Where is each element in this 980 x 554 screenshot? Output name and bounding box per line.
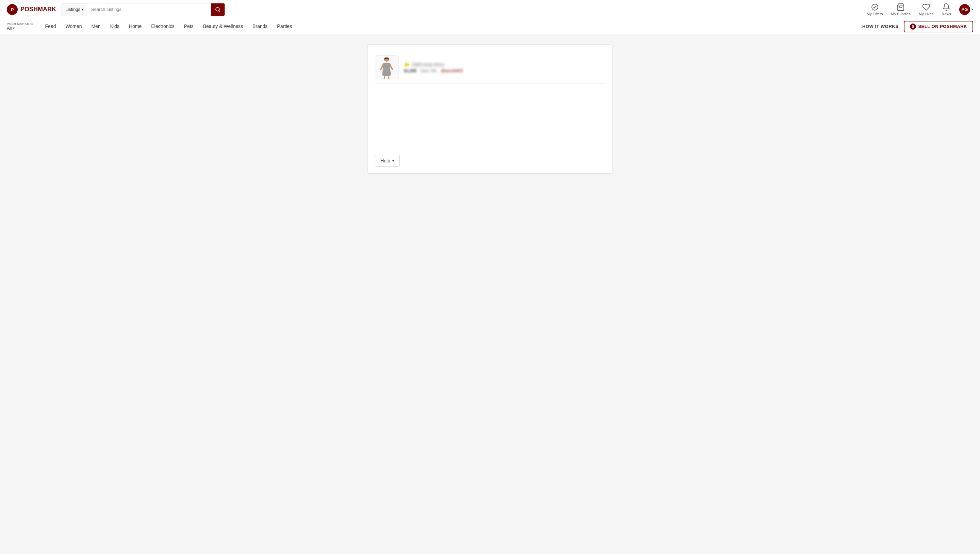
nav-link-electronics[interactable]: Electronics <box>146 19 179 34</box>
news-icon <box>942 3 950 11</box>
listing-price: $1,299 <box>404 69 417 73</box>
news-label: News <box>942 12 951 16</box>
listing-info: 🌟 H&M wrap dress $1,299 Size: 6/K @anush… <box>404 62 463 73</box>
search-type-label: Listings <box>65 7 80 12</box>
listing-user: @anushk53 <box>441 69 463 73</box>
content-box: 🌟 H&M wrap dress $1,299 Size: 6/K @anush… <box>368 44 612 174</box>
main-content: 🌟 H&M wrap dress $1,299 Size: 6/K @anush… <box>361 44 619 174</box>
search-type-dropdown[interactable]: Listings ▾ <box>62 3 87 16</box>
poshmark-logo-icon: P <box>7 4 18 15</box>
listing-item[interactable]: 🌟 H&M wrap dress $1,299 Size: 6/K @anush… <box>375 51 605 84</box>
my-likes-link[interactable]: My Likes <box>919 3 933 16</box>
nav-link-feed[interactable]: Feed <box>40 19 61 34</box>
help-button-label: Help <box>380 158 390 163</box>
my-bundles-link[interactable]: My Bundles <box>891 3 911 16</box>
avatar-chevron-icon: ▾ <box>972 8 973 11</box>
header: P POSHMARK Listings ▾ My Offers <box>0 0 980 19</box>
listing-thumbnail <box>375 56 398 79</box>
nav-link-women[interactable]: Women <box>60 19 86 34</box>
posh-markets-current: All <box>7 26 11 30</box>
listing-title-text: H&M wrap dress <box>412 62 444 67</box>
nav-links: Feed Women Men Kids Home Electronics Pet… <box>40 19 862 34</box>
listing-image <box>378 56 395 79</box>
search-input[interactable] <box>87 3 211 16</box>
nav-right: HOW IT WORKS $ SELL ON POSHMARK <box>862 21 973 32</box>
dropdown-chevron-icon: ▾ <box>82 8 83 11</box>
news-link[interactable]: News <box>942 3 951 16</box>
posh-markets-label: POSH MARKETS <box>7 22 34 26</box>
header-actions: My Offers My Bundles My Likes News <box>867 3 973 16</box>
my-offers-label: My Offers <box>867 12 883 16</box>
svg-text:P: P <box>11 7 14 12</box>
nav-link-pets[interactable]: Pets <box>179 19 198 34</box>
posh-markets-value[interactable]: All ▾ <box>7 26 34 30</box>
sell-button-label: SELL ON POSHMARK <box>918 24 967 29</box>
logo[interactable]: P POSHMARK <box>7 4 56 15</box>
my-likes-label: My Likes <box>919 12 933 16</box>
listing-size: Size: 6/K <box>421 69 437 73</box>
help-chevron-icon: ▾ <box>392 159 394 163</box>
posh-markets-selector[interactable]: POSH MARKETS All ▾ <box>7 22 34 30</box>
my-bundles-label: My Bundles <box>891 12 911 16</box>
listing-meta: $1,299 Size: 6/K @anushk53 <box>404 69 463 73</box>
avatar-container[interactable]: PG ▾ <box>959 4 973 15</box>
search-icon <box>215 7 221 12</box>
nav-link-men[interactable]: Men <box>86 19 105 34</box>
bundles-icon <box>897 3 905 11</box>
my-offers-link[interactable]: My Offers <box>867 3 883 16</box>
likes-icon <box>922 3 930 11</box>
logo-text: POSHMARK <box>21 6 56 13</box>
help-button[interactable]: Help ▾ <box>375 155 400 166</box>
search-container: Listings ▾ <box>62 3 225 16</box>
sell-dollar-icon: $ <box>910 24 916 30</box>
nav-link-beauty-wellness[interactable]: Beauty & Wellness <box>198 19 248 34</box>
nav-link-home[interactable]: Home <box>124 19 146 34</box>
nav-link-brands[interactable]: Brands <box>248 19 272 34</box>
svg-line-8 <box>388 75 389 79</box>
nav-link-parties[interactable]: Parties <box>272 19 297 34</box>
avatar: PG <box>959 4 970 15</box>
svg-line-3 <box>219 11 220 11</box>
search-button[interactable] <box>211 3 224 16</box>
sell-on-poshmark-button[interactable]: $ SELL ON POSHMARK <box>904 21 973 32</box>
posh-markets-chevron-icon: ▾ <box>13 26 14 30</box>
sub-nav: POSH MARKETS All ▾ Feed Women Men Kids H… <box>0 19 980 34</box>
offers-icon <box>871 3 879 11</box>
listing-emoji: 🌟 <box>404 62 410 67</box>
help-section: Help ▾ <box>375 155 400 166</box>
nav-link-kids[interactable]: Kids <box>105 19 124 34</box>
listing-title: 🌟 H&M wrap dress <box>404 62 463 67</box>
how-it-works-link[interactable]: HOW IT WORKS <box>862 24 898 29</box>
svg-line-7 <box>384 75 385 79</box>
